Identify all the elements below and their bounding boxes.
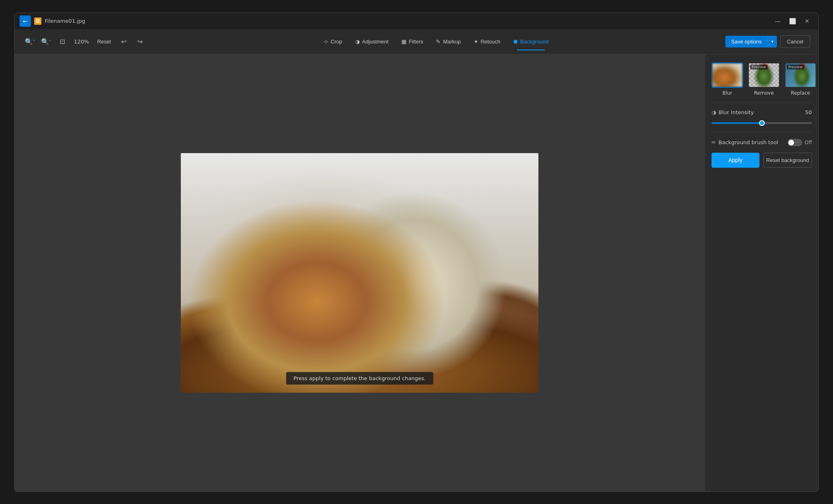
bg-mode-replace[interactable]: Preview Replace bbox=[785, 63, 816, 96]
toolbar-center: ⊹ Crop ◑ Adjustment ▦ Filters ✎ Markup ✦… bbox=[148, 36, 724, 47]
remove-thumbnail[interactable]: Preview bbox=[748, 63, 780, 88]
brush-tool-row: ✏ Background brush tool Off bbox=[712, 139, 812, 146]
divider-1 bbox=[712, 102, 812, 103]
undo-icon: ↩ bbox=[121, 38, 126, 45]
save-options-dropdown-button[interactable]: ▾ bbox=[768, 36, 777, 48]
bg-modes: Blur Preview Remove bbox=[712, 63, 812, 96]
retouch-icon: ✦ bbox=[474, 39, 478, 45]
reset-button[interactable]: Reset bbox=[94, 37, 114, 46]
blur-intensity-slider-container bbox=[712, 118, 812, 125]
apply-button[interactable]: Apply bbox=[712, 153, 759, 168]
filters-icon: ▦ bbox=[401, 39, 406, 45]
blur-thumbnail[interactable] bbox=[712, 63, 743, 88]
brush-tool-icon: ✏ bbox=[712, 139, 716, 145]
blur-intensity-label-group: ◑ Blur Intensity bbox=[712, 109, 754, 115]
background-label: Background bbox=[520, 39, 548, 45]
main-content: Press apply to complete the background c… bbox=[15, 54, 818, 491]
retouch-tool-button[interactable]: ✦ Retouch bbox=[468, 36, 506, 47]
brush-tool-label-group: ✏ Background brush tool bbox=[712, 139, 778, 145]
canvas-area: Press apply to complete the background c… bbox=[15, 54, 705, 491]
zoom-out-button[interactable]: 🔍− bbox=[39, 35, 53, 48]
replace-thumbnail[interactable]: Preview bbox=[785, 63, 816, 88]
zoom-out-icon: 🔍− bbox=[41, 38, 51, 45]
back-icon: ← bbox=[23, 18, 28, 24]
redo-icon: ↪ bbox=[137, 38, 143, 45]
adjustment-icon: ◑ bbox=[355, 39, 360, 45]
zoom-level-label: 120% bbox=[72, 39, 91, 45]
action-buttons: Apply Reset background bbox=[712, 153, 812, 168]
remove-preview-badge: Preview bbox=[750, 65, 768, 69]
markup-label: Markup bbox=[443, 39, 460, 45]
background-tool-button[interactable]: ⬟ Background bbox=[508, 36, 554, 47]
blur-intensity-value: 50 bbox=[805, 109, 812, 115]
right-panel: Blur Preview Remove bbox=[705, 54, 818, 491]
blur-intensity-slider[interactable] bbox=[712, 122, 812, 124]
brush-toggle[interactable] bbox=[787, 139, 802, 146]
bg-mode-remove[interactable]: Preview Remove bbox=[748, 63, 780, 96]
zoom-in-button[interactable]: 🔍+ bbox=[23, 35, 37, 48]
toolbar-right: Save options ▾ Cancel bbox=[725, 35, 810, 48]
main-image bbox=[181, 153, 538, 393]
status-message: Press apply to complete the background c… bbox=[293, 375, 426, 381]
bg-mode-blur[interactable]: Blur bbox=[712, 63, 743, 96]
toggle-thumb bbox=[788, 140, 794, 145]
retouch-label: Retouch bbox=[481, 39, 500, 45]
filters-tool-button[interactable]: ▦ Filters bbox=[396, 36, 429, 47]
zoom-fit-icon: ⊡ bbox=[60, 38, 65, 45]
undo-button[interactable]: ↩ bbox=[117, 35, 130, 48]
status-bar: Press apply to complete the background c… bbox=[286, 372, 433, 385]
adjustment-label: Adjustment bbox=[362, 39, 388, 45]
crop-tool-button[interactable]: ⊹ Crop bbox=[318, 36, 348, 47]
filters-label: Filters bbox=[409, 39, 423, 45]
image-container: Press apply to complete the background c… bbox=[181, 153, 538, 393]
title-bar-left: ← 🖼 Filename01.jpg bbox=[20, 15, 85, 27]
image-canvas bbox=[181, 153, 538, 393]
toolbar-left: 🔍+ 🔍− ⊡ 120% Reset ↩ ↪ bbox=[23, 35, 147, 48]
remove-mode-label: Remove bbox=[754, 90, 774, 96]
title-bar: ← 🖼 Filename01.jpg — ⬜ ✕ bbox=[15, 13, 818, 29]
crop-icon: ⊹ bbox=[324, 39, 328, 45]
minimize-button[interactable]: — bbox=[771, 16, 784, 26]
brush-toggle-state: Off bbox=[805, 140, 812, 145]
divider-2 bbox=[712, 132, 812, 132]
app-window: ← 🖼 Filename01.jpg — ⬜ ✕ 🔍+ 🔍− ⊡ 120% Re… bbox=[14, 13, 819, 492]
zoom-fit-button[interactable]: ⊡ bbox=[55, 35, 69, 48]
zoom-in-icon: 🔍+ bbox=[25, 38, 35, 45]
main-toolbar: 🔍+ 🔍− ⊡ 120% Reset ↩ ↪ ⊹ Crop ◑ bbox=[15, 29, 818, 54]
restore-button[interactable]: ⬜ bbox=[786, 16, 799, 26]
back-button[interactable]: ← bbox=[20, 15, 31, 27]
blur-intensity-label: Blur Intensity bbox=[718, 109, 754, 115]
blur-intensity-section: ◑ Blur Intensity 50 bbox=[712, 109, 812, 125]
blur-mode-label: Blur bbox=[722, 90, 732, 96]
background-icon: ⬟ bbox=[513, 39, 518, 45]
cancel-button[interactable]: Cancel bbox=[780, 35, 810, 48]
window-title: Filename01.jpg bbox=[45, 18, 85, 24]
toggle-row: Off bbox=[787, 139, 812, 146]
markup-tool-button[interactable]: ✎ Markup bbox=[430, 36, 466, 47]
blur-intensity-icon: ◑ bbox=[712, 109, 716, 115]
save-options-group: Save options ▾ bbox=[725, 36, 777, 48]
crop-label: Crop bbox=[331, 39, 342, 45]
redo-button[interactable]: ↪ bbox=[133, 35, 147, 48]
window-controls: — ⬜ ✕ bbox=[771, 16, 813, 26]
markup-icon: ✎ bbox=[436, 39, 440, 45]
brush-tool-label: Background brush tool bbox=[718, 139, 778, 145]
blur-intensity-header: ◑ Blur Intensity 50 bbox=[712, 109, 812, 115]
close-button[interactable]: ✕ bbox=[800, 16, 813, 26]
blur-thumb-preview bbox=[712, 63, 742, 87]
reset-background-button[interactable]: Reset background bbox=[764, 153, 812, 168]
replace-mode-label: Replace bbox=[791, 90, 810, 96]
replace-preview-badge: Preview bbox=[787, 65, 804, 69]
adjustment-tool-button[interactable]: ◑ Adjustment bbox=[349, 36, 394, 47]
save-options-button[interactable]: Save options bbox=[725, 36, 767, 48]
app-icon: 🖼 bbox=[34, 17, 41, 25]
